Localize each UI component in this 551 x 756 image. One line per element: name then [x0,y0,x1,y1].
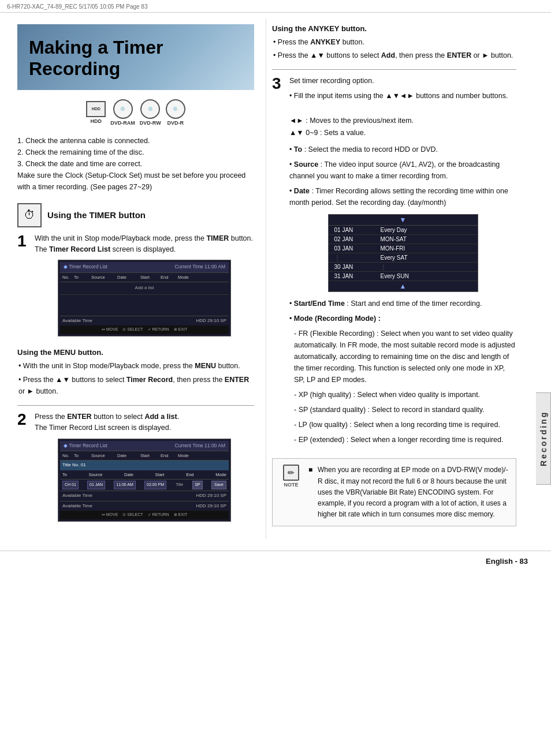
left-column: Making a Timer Recording HDD HDD 💿 DVD-R… [0,18,266,539]
timer-icon: ⏱ [17,203,42,227]
screen2-col-headers: ToSourceDateStartEndMode [60,470,229,480]
note-icon-col: ✏ NOTE [280,465,303,520]
cal-row-5: 31 JANEvery SUN [329,272,478,281]
step-1: 1 With the unit in Stop mode/Playback mo… [17,233,254,341]
detail-sp: - SP (standard quality) : Select to reco… [289,404,516,416]
step-3: 3 Set timer recording option. • Fill the… [272,76,516,449]
note-label: NOTE [284,482,298,488]
cal-row-4: 30 JAN⋮ [329,263,478,272]
screen2-table-header: No. To Source Date Start End Mode [60,451,229,461]
detail-date: • Date : Timer Recording allows setting … [289,185,516,208]
screen2-title-no: Title No. 01 [60,461,229,470]
screen1-add-list: Add a list [60,282,229,294]
timer-section-title: Using the TIMER button [47,210,146,220]
step-3-number: 3 [272,76,285,449]
menu-item-2: • Press the ▲▼ buttons to select Timer R… [17,374,254,397]
screen1-nav: ⇔ MOVE ⊙ SELECT ✓ RETURN ⊕ EXIT [60,325,229,334]
screen1-table-header: No. To Source Date Start End Mode [60,273,229,283]
cal-row-dots1: ⋮Every SAT [329,253,478,263]
prereq-line-2: 2. Check the remaining time of the disc. [17,147,254,158]
anykey-title: Using the ANYKEY button. [272,24,516,33]
screen1-empty [60,295,229,316]
step-3-content: Set timer recording option. • Fill the i… [289,76,516,449]
page-header: 6-HR720-XAC_74-89_REC 5/17/05 10:05 PM P… [0,0,551,13]
right-column: Using the ANYKEY button. • Press the ANY… [266,18,551,539]
note-text: When you are recording at EP mode on a D… [318,465,509,520]
note-content: ■ When you are recording at EP mode on a… [308,465,509,520]
prerequisites: 1. Check the antenna cable is connected.… [17,135,254,193]
prereq-line-1: 1. Check the antenna cable is connected. [17,135,254,147]
note-box: ✏ NOTE ■ When you are recording at EP mo… [272,458,516,526]
step-2-number: 2 [17,411,30,526]
cal-row-1: 01 JANEvery Day [329,226,478,235]
sidebar-label: Recording [539,411,548,466]
screen-mockup-1: ◆ Timer Record List Current Time 11:00 A… [58,260,231,336]
menu-section-title: Using the MENU button. [17,348,254,357]
detail-mode-title: • Mode (Recording Mode) : [289,313,516,324]
dvdrw-icon: 💿 [140,99,160,119]
step-1-number: 1 [17,233,30,341]
page-number: English - 83 [486,557,528,566]
note-icon: ✏ [283,465,299,481]
menu-section: Using the MENU button. • With the unit i… [17,348,254,397]
anykey-item-2: • Press the ▲▼ buttons to select Add, th… [272,50,516,61]
detail-fr: - FR (Flexible Recording) : Select when … [289,328,516,386]
cal-arrow-top: ▼ [329,215,478,226]
screen1-title-left: ◆ Timer Record List [64,263,107,271]
header-file-info: 6-HR720-XAC_74-89_REC 5/17/05 10:05 PM P… [7,3,147,10]
step-2-content: Press the ENTER button to select Add a l… [35,411,254,526]
menu-item-1: • With the unit in Stop mode/Playback mo… [17,360,254,372]
detail-to: • To : Select the media to record HDD or… [289,144,516,155]
divider-2 [272,69,516,70]
screen2-input-row: CH 01 01 JAN 11:00 AM 02:00 PM Title SP … [60,480,229,491]
hdd-icon: HDD [86,101,106,117]
note-bullet-icon: ■ [308,465,315,520]
detail-ep: - EP (extended) : Select when a longer r… [289,434,516,446]
anykey-section: Using the ANYKEY button. • Press the ANY… [272,24,516,61]
screen2-avail1: Available Time HDD 29:10 SP [60,491,229,500]
right-col-inner: Using the ANYKEY button. • Press the ANY… [272,24,539,526]
prereq-line-3: 3. Check the date and time are correct. [17,158,254,170]
screen2-nav: ⇔ MOVE ⊙ SELECT ✓ RETURN ⊕ EXIT [60,511,229,519]
screen1-avail: Available Time HDD 29:10 SP [60,316,229,325]
dvdr-icon: 💿 [166,99,185,119]
media-icons-row: HDD HDD 💿 DVD-RAM 💿 DVD-RW 💿 DVD-R [17,99,254,126]
divider-1 [17,405,254,406]
page-footer: English - 83 [0,551,551,571]
cal-row-3: 03 JANMON-FRI [329,244,478,253]
screen2-avail2: Available Time HDD 29:10 SP [60,501,229,511]
cal-arrow-bottom: ▲ [329,281,478,291]
cal-row-2: 02 JANMON-SAT [329,235,478,244]
detail-lp: - LP (low quality) : Select when a long … [289,419,516,431]
dvdram-icon: 💿 [113,99,133,119]
screen-mockup-2: ◆ Timer Record List Current Time 11:00 A… [58,439,231,522]
media-icon-hdd: HDD HDD [86,101,106,124]
step3-text: Set timer recording option. [289,76,516,87]
calendar-mockup: ▼ 01 JANEvery Day 02 JANMON-SAT 03 JANMO… [328,214,478,292]
detail-source: • Source : The video input source (AV1, … [289,159,516,182]
anykey-item-1: • Press the ANYKEY button. [272,36,516,48]
screen1-title-right: Current Time 11:00 AM [175,263,225,271]
detail-xp: - XP (high quality) : Select when video … [289,389,516,401]
page-title: Making a Timer Recording [29,37,243,80]
media-icon-dvdrw: 💿 DVD-RW [140,99,161,126]
media-icon-dvdr: 💿 DVD-R [166,99,185,126]
prereq-line-4: Make sure the Clock (Setup-Clock Set) mu… [17,170,254,193]
recording-sidebar-tab: Recording [536,392,551,485]
detail-startend: • Start/End Time : Start and end time of… [289,298,516,309]
step-1-content: With the unit in Stop mode/Playback mode… [35,233,254,341]
step3-nav-info: • Fill the input items using the ▲▼◄► bu… [289,90,516,139]
media-icon-dvdram: 💿 DVD-RAM [110,99,135,126]
step-2: 2 Press the ENTER button to select Add a… [17,411,254,526]
title-box: Making a Timer Recording [17,24,254,90]
timer-section-header: ⏱ Using the TIMER button [17,203,254,227]
